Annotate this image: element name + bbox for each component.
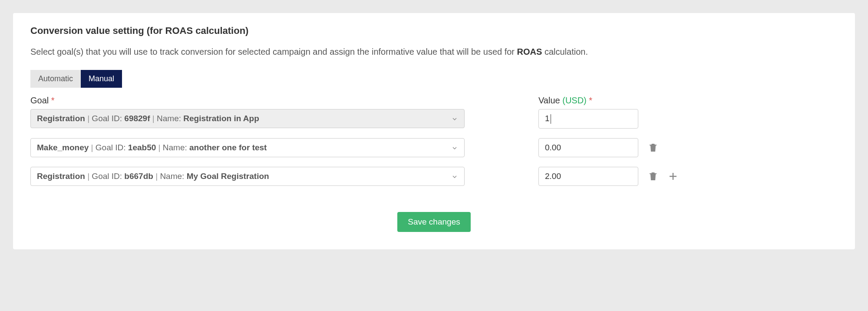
plus-icon[interactable] [668, 171, 678, 182]
save-button[interactable]: Save changes [397, 212, 470, 232]
desc-post: calculation. [542, 47, 588, 56]
required-asterisk: * [589, 96, 592, 105]
currency-label: (USD) [562, 96, 587, 105]
tab-manual[interactable]: Manual [81, 70, 122, 88]
goal-select-text: Registration | Goal ID: b667db | Name: M… [37, 172, 269, 181]
goal-row: Registration | Goal ID: b667db | Name: M… [30, 167, 838, 186]
settings-card: Conversion value setting (for ROAS calcu… [13, 13, 855, 249]
chevron-down-icon [451, 173, 458, 180]
save-row: Save changes [30, 212, 838, 232]
goal-column-label: Goal * [30, 96, 465, 106]
required-asterisk: * [51, 96, 55, 105]
trash-icon[interactable] [648, 142, 658, 153]
goal-select-text: Registration | Goal ID: 69829f | Name: R… [37, 114, 259, 123]
goal-select[interactable]: Make_money | Goal ID: 1eab50 | Name: ano… [30, 138, 465, 157]
goal-select: Registration | Goal ID: 69829f | Name: R… [30, 109, 465, 128]
section-description: Select goal(s) that you will use to trac… [30, 47, 838, 57]
chevron-down-icon [451, 115, 458, 122]
goal-select-text: Make_money | Goal ID: 1eab50 | Name: ano… [37, 143, 267, 152]
chevron-down-icon [451, 144, 458, 151]
desc-pre: Select goal(s) that you will use to trac… [30, 47, 517, 56]
section-title: Conversion value setting (for ROAS calcu… [30, 25, 838, 36]
value-column-label: Value (USD) * [538, 96, 592, 106]
value-field[interactable] [538, 167, 638, 186]
tab-automatic[interactable]: Automatic [30, 70, 81, 88]
mode-tabs: Automatic Manual [30, 70, 122, 88]
column-labels: Goal * Value (USD) * [30, 96, 838, 106]
goal-row: Make_money | Goal ID: 1eab50 | Name: ano… [30, 138, 838, 157]
goal-row: Registration | Goal ID: 69829f | Name: R… [30, 109, 838, 129]
desc-bold: ROAS [517, 47, 542, 56]
goal-rows: Registration | Goal ID: 69829f | Name: R… [30, 109, 838, 186]
value-field[interactable] [538, 138, 638, 157]
value-field[interactable]: 1 [538, 109, 638, 129]
trash-icon[interactable] [648, 171, 658, 182]
goal-select[interactable]: Registration | Goal ID: b667db | Name: M… [30, 167, 465, 186]
